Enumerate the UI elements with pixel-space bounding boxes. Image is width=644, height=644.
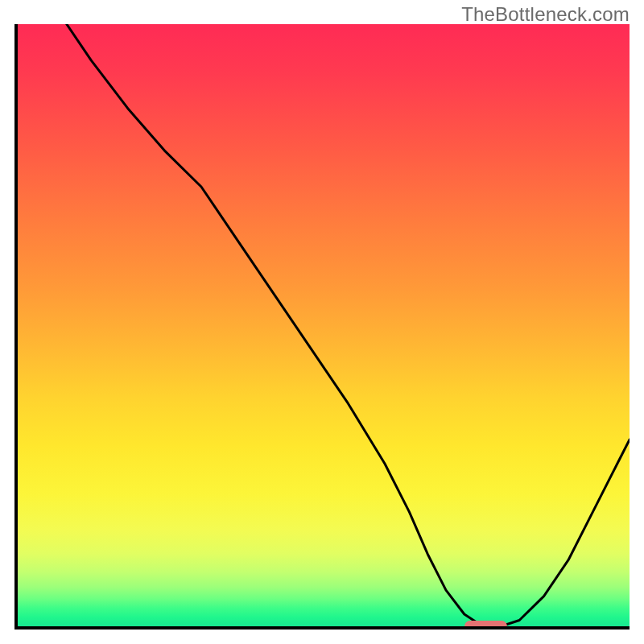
- watermark-text: TheBottleneck.com: [461, 3, 630, 26]
- optimum-marker: [464, 621, 507, 630]
- bottleneck-curve: [18, 24, 630, 626]
- chart-container: TheBottleneck.com: [0, 0, 644, 644]
- plot-area: [14, 24, 630, 630]
